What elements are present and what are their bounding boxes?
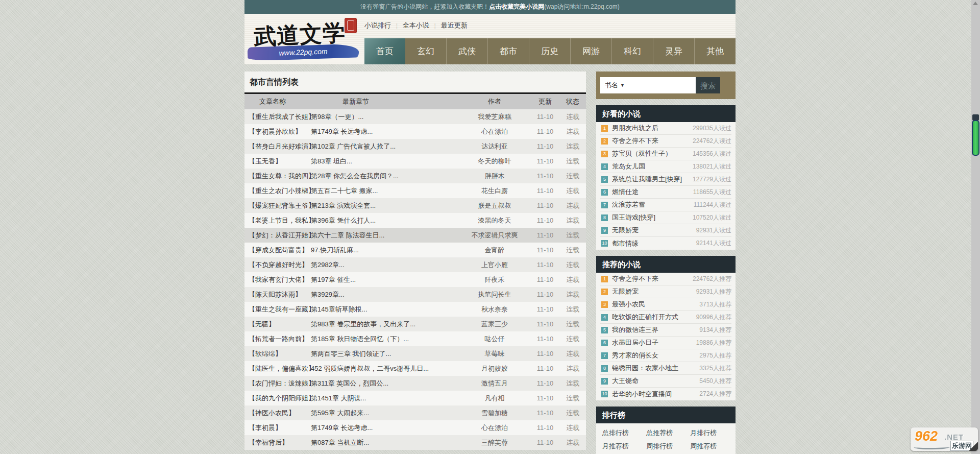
latest-chapter-link[interactable]: 第213章 演戏演全套... — [311, 202, 376, 209]
nav-tab-玄幻[interactable]: 玄幻 — [405, 38, 446, 64]
latest-chapter-link[interactable]: 第197章 催生... — [311, 276, 356, 283]
latest-chapter-link[interactable]: 452 弱质病娇肖叔叔，二哥vs谢哥儿日... — [311, 365, 429, 372]
search-input[interactable]: 书名 ▼ — [600, 77, 696, 93]
novel-link[interactable]: 夺舍之停不下来 — [612, 275, 658, 282]
latest-chapter-link[interactable]: 第983章 卷宗里的故事，又出来了... — [311, 320, 415, 328]
novel-link[interactable]: 国王游戏[快穿] — [612, 213, 655, 221]
novel-link[interactable]: 苏宝贝（双性生子） — [612, 150, 672, 157]
novel-link[interactable]: 最强小农民 — [612, 300, 645, 308]
novel-title-link[interactable]: 【爆宠狂妃背靠王爷】 — [249, 202, 315, 209]
ranking-link[interactable]: 总推荐榜 — [644, 426, 688, 440]
novel-link[interactable]: 若华的小时空直播间 — [612, 390, 672, 398]
ranking-link[interactable]: 总排行榜 — [600, 426, 644, 440]
page-scrollbar[interactable] — [971, 0, 980, 454]
latest-chapter-link[interactable]: 第两百零三章 我们领证了... — [311, 350, 391, 357]
latest-chapter-link[interactable]: 第五百二十七章 搬家... — [311, 187, 378, 195]
novel-title-link[interactable]: 【李初晨】 — [249, 424, 282, 432]
latest-chapter-link[interactable]: 第六十二章 陈法容生日... — [311, 231, 384, 239]
novel-title-link[interactable]: 【陆医生，偏偏喜欢】 — [249, 365, 315, 372]
novel-title-link[interactable]: 【幸福背后】 — [249, 439, 288, 446]
latest-chapter-link[interactable]: 第2982章... — [311, 261, 345, 269]
novel-title-link[interactable]: 【玉无香】 — [249, 157, 282, 165]
top-link[interactable]: 最近更新 — [441, 21, 468, 30]
novel-title-link[interactable]: 【梦幻：从香江开始】 — [249, 231, 315, 239]
novel-title-link[interactable]: 【不负穿越好时光】 — [249, 261, 308, 269]
search-button[interactable]: 搜索 — [696, 77, 720, 93]
latest-chapter-link[interactable]: 第1749章 长远考虑... — [311, 424, 373, 432]
novel-title-link[interactable]: 【无疆】 — [249, 320, 275, 328]
novel-link[interactable]: 无限娇宠 — [612, 288, 639, 295]
search-type-select[interactable]: 书名 — [600, 81, 618, 90]
novel-title-link[interactable]: 【我的九个阴阳师姐】 — [249, 394, 315, 402]
bookmark-link[interactable]: 点击收藏完美小说网 — [489, 3, 544, 10]
latest-chapter-link[interactable]: 第28章 你怎么会在我房间？... — [311, 172, 399, 180]
novel-link[interactable]: 夺舍之停不下来 — [612, 137, 658, 145]
novel-title-link[interactable]: 【重生女尊：我的四】 — [249, 172, 315, 180]
scroll-up-arrow-icon[interactable] — [973, 2, 978, 5]
novel-link[interactable]: 大王饶命 — [612, 377, 639, 385]
nav-tab-武侠[interactable]: 武侠 — [446, 38, 487, 64]
latest-chapter-link[interactable]: 第98章（一更）... — [311, 113, 363, 121]
novel-title-link[interactable]: 【神医小农民】 — [249, 409, 295, 417]
ranking-link[interactable]: 月推荐榜 — [600, 440, 644, 453]
ranking-link[interactable]: 周排行榜 — [644, 440, 688, 453]
novel-title-link[interactable]: 【软绵绵】 — [249, 350, 282, 357]
nav-tab-其他[interactable]: 其他 — [694, 38, 736, 64]
latest-chapter-link[interactable]: 第311章 英国公，烈国公... — [311, 379, 388, 387]
latest-chapter-link[interactable]: 第595章 大闹起来... — [311, 409, 369, 417]
site-logo[interactable]: 武道文学 www.22pq.com — [244, 14, 364, 64]
latest-chapter-link[interactable]: 第3929章... — [311, 291, 345, 298]
latest-chapter-link[interactable]: 第396章 凭什么打人... — [311, 217, 376, 224]
rank-badge: 10 — [601, 240, 608, 247]
novel-title-link[interactable]: 【农门悍妇：泼辣娘】 — [249, 379, 315, 387]
nav-tab-首页[interactable]: 首页 — [364, 38, 405, 64]
page-title: 都市言情列表 — [244, 71, 586, 92]
latest-chapter-link[interactable]: 第102章 广告代言被人抢了... — [311, 142, 396, 150]
latest-chapter-link[interactable]: 第087章 当机立断... — [311, 439, 369, 446]
novel-link[interactable]: 荒岛女儿国 — [612, 162, 645, 170]
novel-link[interactable]: 秀才家的俏长女 — [612, 351, 658, 359]
novel-link[interactable]: 系统总让我睡男主[快穿] — [612, 175, 682, 183]
latest-chapter-link[interactable]: 第83章 坦白... — [311, 157, 352, 165]
latest-chapter-link[interactable]: 第145章斩草除根... — [311, 305, 368, 313]
latest-chapter-link[interactable]: 第1749章 长远考虑... — [311, 128, 373, 135]
top-link[interactable]: 全本小说 — [403, 21, 429, 30]
novel-link[interactable]: 我的微信连三界 — [612, 326, 658, 333]
status-label: 连载 — [560, 346, 586, 361]
update-date: 11-10 — [530, 287, 560, 302]
nav-tab-都市[interactable]: 都市 — [487, 38, 529, 64]
nav-tab-历史[interactable]: 历史 — [529, 38, 570, 64]
ranking-link[interactable]: 月排行榜 — [688, 426, 732, 440]
novel-link[interactable]: 无限娇宠 — [612, 226, 639, 234]
novel-title-link[interactable]: 【重生后我成了长姐】 — [249, 113, 315, 121]
novel-link[interactable]: 锦绣田园：农家小地主 — [612, 364, 678, 372]
novel-title-link[interactable]: 【拓荒者一路向前】 — [249, 335, 308, 343]
scrollbar-thumb[interactable] — [972, 120, 979, 156]
nav-tab-灵异[interactable]: 灵异 — [653, 38, 694, 64]
novel-link[interactable]: 燃情仕途 — [612, 188, 639, 196]
read-count: 19886人推荐 — [696, 339, 731, 347]
novel-link[interactable]: 都市情缘 — [612, 240, 639, 247]
novel-link[interactable]: 吃软饭的正确打开方式 — [612, 313, 678, 321]
top-link[interactable]: 小说排行 — [364, 21, 391, 30]
novel-link[interactable]: 男朋友出轨之后 — [612, 124, 658, 132]
novel-title-link[interactable]: 【我家有玄门大佬】 — [249, 276, 308, 283]
novel-title-link[interactable]: 【替身白月光好难演】 — [249, 142, 315, 150]
nav-tab-科幻[interactable]: 科幻 — [611, 38, 653, 64]
novel-link[interactable]: 水墨田居小日子 — [612, 339, 658, 346]
ranking-link[interactable]: 周推荐榜 — [688, 440, 732, 453]
status-label: 连载 — [560, 109, 586, 124]
novel-title-link[interactable]: 【穿成女配苟富贵】 — [249, 246, 308, 254]
latest-chapter-link[interactable]: 第185章 秋日物语全回忆（下）... — [311, 335, 409, 343]
recommended-novels-title: 推荐的小说 — [596, 256, 736, 273]
table-row: 【我的九个阴阳师姐】 第1451章 大阴谋... 凡有相 11-10 连载 — [244, 391, 586, 405]
latest-chapter-link[interactable]: 第1451章 大阴谋... — [311, 394, 366, 402]
novel-title-link[interactable]: 【重生之我有一座藏】 — [249, 305, 315, 313]
novel-title-link[interactable]: 【重生之农门小辣椒】 — [249, 187, 315, 195]
novel-title-link[interactable]: 【陈天阳苏沐雨】 — [249, 291, 302, 298]
novel-title-link[interactable]: 【李初晨孙欣欣】 — [249, 128, 302, 135]
latest-chapter-link[interactable]: 97.快刀斩乱麻... — [311, 246, 359, 254]
novel-title-link[interactable]: 【老婆上节目，我私】 — [249, 217, 315, 224]
nav-tab-网游[interactable]: 网游 — [570, 38, 611, 64]
novel-link[interactable]: 沈浪苏若雪 — [612, 201, 645, 208]
